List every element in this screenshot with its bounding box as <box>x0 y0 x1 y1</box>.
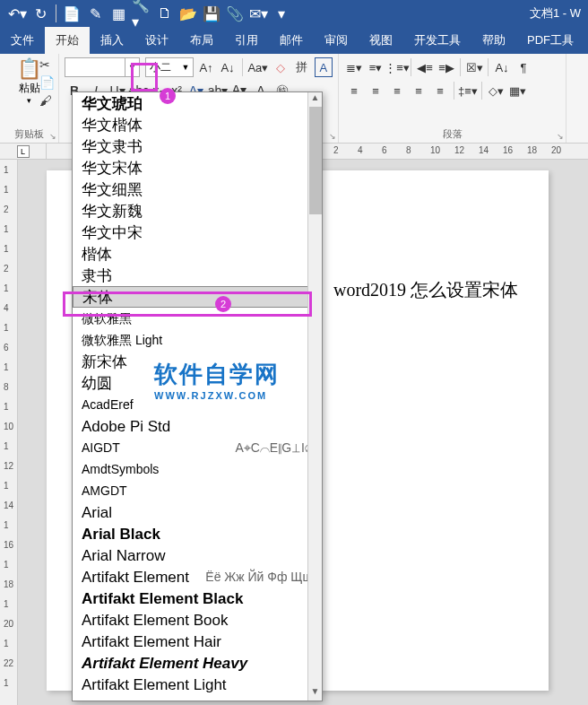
font-item[interactable]: Artifakt Element Book <box>73 609 322 631</box>
font-name-combobox[interactable]: ▼ <box>65 57 140 77</box>
align-center-icon[interactable]: ≡ <box>366 81 385 100</box>
font-item[interactable]: 隶书 <box>73 265 322 286</box>
document-title: 文档1 - W <box>530 5 581 22</box>
shading-icon[interactable]: ◇▾ <box>486 81 506 100</box>
number-list-icon[interactable]: ≡▾ <box>366 57 385 77</box>
font-item[interactable]: 华文隶书 <box>73 135 322 157</box>
paste-label: 粘贴 <box>19 81 40 96</box>
scroll-up-icon[interactable]: ▲ <box>308 92 322 107</box>
font-item[interactable]: AmdtSymbols <box>73 458 322 480</box>
scrollbar[interactable]: ▲ ▼ <box>307 92 322 701</box>
font-item[interactable]: Arial Narrow <box>73 544 322 566</box>
align-left-icon[interactable]: ≡ <box>344 81 364 100</box>
font-item-sample: A⌖C⌒E∥G⟂I⌀ <box>235 438 313 458</box>
clipboard-group: 📋 粘贴 ▾ ✂ 📄 🖌 剪贴板 ↘ <box>0 54 59 143</box>
qat-icon-3[interactable]: ▦ <box>108 4 128 23</box>
font-item[interactable]: Adobe Pi Std <box>73 415 322 437</box>
ruler-vertical: 1121121416181101121141161181201221 <box>0 160 18 705</box>
font-item-label: Arial Narrow <box>82 545 166 566</box>
tab-home[interactable]: 开始 <box>45 27 90 54</box>
decrease-font-icon[interactable]: A↓ <box>219 57 237 77</box>
font-item[interactable]: 华文细黑 <box>73 178 322 200</box>
font-item[interactable]: 楷体 <box>73 243 322 265</box>
qat-icon-1[interactable]: 📄 <box>62 4 82 23</box>
paragraph-dialog-launcher[interactable]: ↘ <box>557 132 564 141</box>
font-item[interactable]: 华文楷体 <box>73 114 322 135</box>
font-item[interactable]: 华文宋体 <box>73 157 322 178</box>
clear-formatting-icon[interactable]: ◇ <box>272 57 290 77</box>
font-item[interactable]: AIGDTA⌖C⌒E∥G⟂I⌀ <box>73 437 322 458</box>
format-painter-icon[interactable]: 🖌 <box>39 93 55 108</box>
font-item-label: 华文楷体 <box>82 115 143 135</box>
document-text[interactable]: word2019 怎么设置宋体 <box>333 278 531 302</box>
ruler-tick: 16 <box>4 540 13 550</box>
font-item[interactable]: AMGDT <box>73 480 322 501</box>
font-item[interactable]: Arial <box>73 501 322 523</box>
tab-references[interactable]: 引用 <box>224 27 269 54</box>
copy-icon[interactable]: 📄 <box>39 75 55 90</box>
font-item-label: Artifakt Element <box>82 567 189 588</box>
paragraph-group-label: 段落 <box>339 127 566 141</box>
bullet-list-icon[interactable]: ≣▾ <box>344 57 364 77</box>
undo-button[interactable]: ↶▾ <box>7 4 27 23</box>
qat-icon-2[interactable]: ✎ <box>85 4 105 23</box>
asian-layout-icon[interactable]: ☒▾ <box>464 57 484 77</box>
tab-design[interactable]: 设计 <box>134 27 179 54</box>
qat-more-icon[interactable]: ▾ <box>272 4 291 23</box>
distributed-icon[interactable]: ≡ <box>430 81 450 100</box>
justify-icon[interactable]: ≡ <box>409 81 428 100</box>
open-icon[interactable]: 📂 <box>178 4 198 23</box>
scroll-down-icon[interactable]: ▼ <box>308 686 322 701</box>
tab-file[interactable]: 文件 <box>0 27 45 54</box>
watermark: 软件自学网 WWW.RJZXW.COM <box>154 359 280 401</box>
tab-review[interactable]: 审阅 <box>314 27 359 54</box>
char-border-icon[interactable]: A <box>315 57 333 77</box>
phonetic-guide-icon[interactable]: 拼 <box>293 57 311 77</box>
tab-view[interactable]: 视图 <box>359 27 403 54</box>
qat-icon-4[interactable]: 🔧▾ <box>132 4 151 23</box>
font-item[interactable]: Artifakt Element Black <box>73 588 322 609</box>
tab-selector[interactable]: L <box>17 145 30 158</box>
sort-icon[interactable]: A↓ <box>492 57 512 77</box>
clipboard-dialog-launcher[interactable]: ↘ <box>49 132 56 141</box>
ribbon-tabs: 文件 开始 插入 设计 布局 引用 邮件 审阅 视图 开发工具 帮助 PDF工具 <box>0 27 588 54</box>
save-icon[interactable]: 💾 <box>202 4 221 23</box>
cut-icon[interactable]: ✂ <box>39 57 55 72</box>
line-spacing-icon[interactable]: ‡≡▾ <box>458 81 478 100</box>
font-item[interactable]: Artifakt Element Hair <box>73 631 322 652</box>
scroll-thumb[interactable] <box>309 107 322 214</box>
align-right-icon[interactable]: ≡ <box>387 81 407 100</box>
redo-button[interactable]: ↻ <box>30 4 50 23</box>
font-size-dropdown-button[interactable]: ▼ <box>178 63 193 72</box>
font-name-input[interactable] <box>65 58 125 76</box>
tab-pdf[interactable]: PDF工具 <box>516 27 584 54</box>
font-item[interactable]: Artifakt Element Heavy <box>73 652 322 674</box>
multilevel-list-icon[interactable]: ⋮≡▾ <box>387 57 407 77</box>
font-dialog-launcher[interactable]: ↘ <box>329 132 336 141</box>
decrease-indent-icon[interactable]: ◀≡ <box>415 57 435 77</box>
font-item[interactable]: 华文琥珀 <box>73 92 322 114</box>
borders-icon[interactable]: ▦▾ <box>507 81 527 100</box>
font-item[interactable]: 华文中宋 <box>73 222 322 243</box>
increase-font-icon[interactable]: A↑ <box>197 57 215 77</box>
new-doc-icon[interactable]: 🗋 <box>155 4 175 23</box>
mail-icon[interactable]: ✉▾ <box>248 4 268 23</box>
tab-insert[interactable]: 插入 <box>90 27 134 54</box>
tab-developer[interactable]: 开发工具 <box>403 27 471 54</box>
ruler-tick: 1 <box>4 441 9 451</box>
tab-layout[interactable]: 布局 <box>179 27 224 54</box>
font-item[interactable]: 华文新魏 <box>73 200 322 222</box>
show-marks-icon[interactable]: ¶ <box>514 57 533 77</box>
ruler-tick: 10 <box>430 145 440 155</box>
tab-mailings[interactable]: 邮件 <box>269 27 314 54</box>
font-item[interactable]: 微软雅黑 Light <box>73 329 322 351</box>
font-item-label: 楷体 <box>82 244 112 265</box>
font-item[interactable]: Artifakt Element Light <box>73 674 322 695</box>
font-item-label: 隶书 <box>82 265 112 286</box>
change-case-icon[interactable]: Aa▾ <box>248 57 268 77</box>
font-item[interactable]: Artifakt ElementЁё Жж Йй Фф Щщ <box>73 566 322 588</box>
font-item[interactable]: Arial Black <box>73 523 322 544</box>
attach-icon[interactable]: 📎 <box>225 4 245 23</box>
increase-indent-icon[interactable]: ≡▶ <box>437 57 456 77</box>
tab-help[interactable]: 帮助 <box>471 27 516 54</box>
